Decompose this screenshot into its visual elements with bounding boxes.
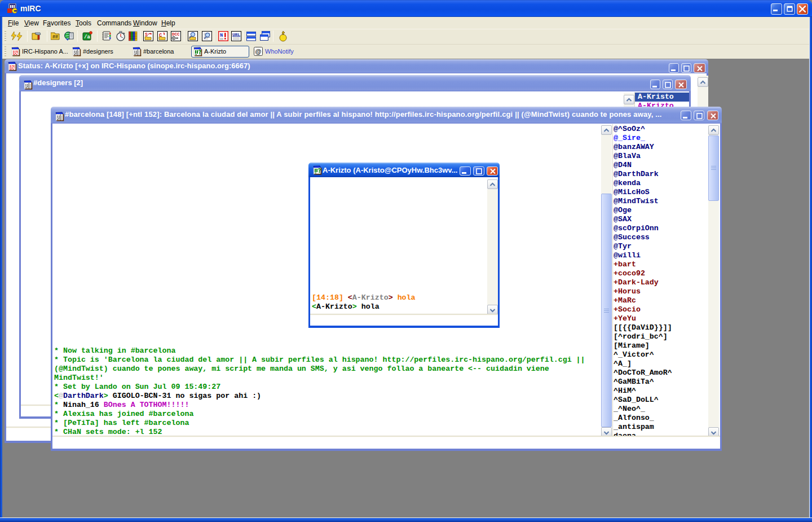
svg-text:/a: /a [84, 34, 90, 40]
svg-text:@: @ [255, 48, 262, 55]
svg-text:DCC: DCC [172, 32, 180, 37]
svg-text:##: ## [52, 34, 58, 40]
svg-text:N: N [220, 33, 223, 38]
